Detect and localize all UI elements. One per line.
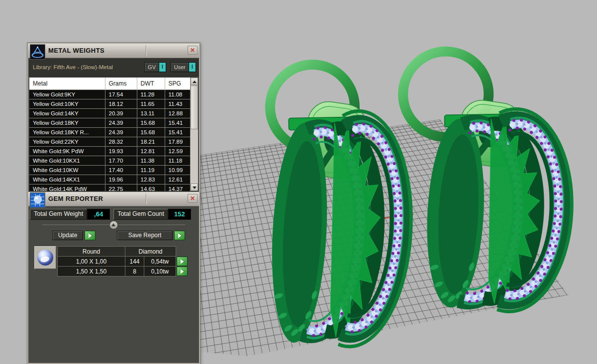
total-gem-count-value: 152 <box>168 209 191 220</box>
play-icon <box>181 259 184 264</box>
table-row[interactable]: White Gold:14KX119.9612.8312.61 <box>29 175 198 184</box>
table-row[interactable]: Yellow Gold:14KY20.3913.1112.88 <box>29 109 198 118</box>
cell-grams: 19.96 <box>105 175 137 184</box>
cell-metal: White Gold:10KX1 <box>29 156 105 166</box>
table-row[interactable]: Yellow Gold:10KY18.1211.6511.43 <box>29 99 198 109</box>
cell-metal: White Gold:14K PdW <box>29 184 105 191</box>
gem-cell-weight: 0,10tw <box>144 267 176 276</box>
scrollbar-thumb[interactable] <box>191 86 198 129</box>
cell-grams: 22.75 <box>105 184 137 191</box>
cell-grams: 17.54 <box>105 90 137 99</box>
titlebar-divider <box>146 45 146 56</box>
table-row[interactable]: Yellow Gold:18KY R...24.3915.6815.41 <box>29 128 198 137</box>
metal-table-scrollbar[interactable] <box>190 78 198 191</box>
gv-toggle-label: GV <box>145 63 159 72</box>
column-header: Metal <box>29 78 105 90</box>
gem-row[interactable]: 1,50 X 1,5080,10tw <box>58 267 188 276</box>
play-icon <box>89 233 92 238</box>
save-report-go-button[interactable] <box>174 231 185 240</box>
gem-cell-size: 1,00 X 1,00 <box>58 257 125 267</box>
table-row[interactable]: Yellow Gold:22KY28.3218.2117.89 <box>29 137 198 147</box>
cell-grams: 19.93 <box>105 147 137 156</box>
update-button[interactable]: Update <box>52 231 83 240</box>
left-earring-model[interactable] <box>258 63 419 350</box>
table-row[interactable]: White Gold:10KW17.4011.1910.99 <box>29 166 198 175</box>
cell-grams: 24.39 <box>105 118 137 128</box>
cell-dwt: 14.63 <box>137 184 165 191</box>
cell-grams: 20.39 <box>105 109 137 118</box>
gem-cell-size: 1,50 X 1,50 <box>58 267 125 276</box>
cell-dwt: 11.28 <box>137 90 165 99</box>
table-row[interactable]: Yellow Gold:18KY24.3915.6815.41 <box>29 118 198 128</box>
cell-metal: Yellow Gold:14KY <box>29 109 105 118</box>
gem-cell-count: 144 <box>125 257 144 267</box>
cell-grams: 24.39 <box>105 128 137 137</box>
cell-metal: Yellow Gold:10KY <box>29 99 105 109</box>
gem-cell-weight: 0,54tw <box>144 257 176 267</box>
gem-row-go-button[interactable] <box>177 257 188 266</box>
cell-dwt: 15.68 <box>137 118 165 128</box>
metal-weights-close-icon[interactable]: ✕ <box>188 46 198 55</box>
user-toggle-label: User <box>171 63 189 72</box>
cell-grams: 18.12 <box>105 99 137 109</box>
chevron-up-icon <box>111 223 115 226</box>
gem-table: Round Diamond 1,00 X 1,001440,54tw1,50 X… <box>34 246 199 276</box>
gem-reporter-titlebar[interactable]: GEM REPORTER ✕ <box>28 192 199 206</box>
save-report-button[interactable]: Save Report <box>117 231 173 240</box>
cell-dwt: 11.19 <box>137 166 165 175</box>
gem-reporter-panel: GEM REPORTER ✕ Total Gem Weight ,64 Tota… <box>28 192 199 276</box>
table-row[interactable]: White Gold:9K PdW19.9312.8112.59 <box>29 147 198 156</box>
scroll-down-icon[interactable] <box>191 183 198 191</box>
column-header: DWT <box>137 78 165 90</box>
gem-shape-header: Round <box>58 247 125 257</box>
cell-dwt: 11.65 <box>137 99 165 109</box>
cell-metal: Yellow Gold:22KY <box>29 137 105 147</box>
metal-weights-panel: METAL WEIGHTS ✕ Library: Fifth Ave - (Sl… <box>28 44 199 191</box>
update-go-button[interactable] <box>85 231 96 240</box>
scale-3d-icon <box>30 44 45 60</box>
cell-grams: 28.32 <box>105 137 137 147</box>
table-row[interactable]: White Gold:14K PdW22.7514.6314.37 <box>29 184 198 191</box>
user-toggle-indicator: I <box>189 63 196 72</box>
table-row[interactable]: Yellow Gold:9KY17.5411.2811.08 <box>29 90 198 99</box>
cell-dwt: 18.21 <box>137 137 165 147</box>
gem-reporter-title: GEM REPORTER <box>48 192 103 206</box>
round-gem-icon[interactable] <box>34 246 56 269</box>
metal-weights-titlebar[interactable]: METAL WEIGHTS ✕ <box>28 44 199 58</box>
metal-table-header: MetalGramsDWTSPG <box>29 78 198 90</box>
column-header: Grams <box>105 78 137 90</box>
user-toggle-button[interactable]: User I <box>171 62 196 72</box>
cell-dwt: 12.81 <box>137 147 165 156</box>
gem-row[interactable]: 1,00 X 1,001440,54tw <box>58 257 188 267</box>
cell-grams: 17.40 <box>105 166 137 175</box>
gem-table-header: Round Diamond <box>58 247 188 257</box>
gem-cell-count: 8 <box>125 267 144 276</box>
metal-library-bar: Library: Fifth Ave - (Slow)-Metal GV I U… <box>28 58 199 77</box>
total-gem-weight-value: ,64 <box>87 209 110 220</box>
play-icon <box>178 233 182 238</box>
collapse-divider <box>28 222 199 229</box>
gem-buttons-row: Update Save Report <box>52 231 199 240</box>
library-label: Library: Fifth Ave - (Slow)-Metal <box>33 58 113 76</box>
total-gem-count-label: Total Gem Count <box>113 209 168 220</box>
table-row[interactable]: White Gold:10KX117.7011.3811.18 <box>29 156 198 166</box>
gv-toggle-button[interactable]: GV I <box>144 62 166 72</box>
cell-dwt: 15.68 <box>137 128 165 137</box>
cell-dwt: 13.11 <box>137 109 165 118</box>
collapse-handle[interactable] <box>109 221 118 229</box>
cell-metal: White Gold:10KW <box>29 166 105 175</box>
metal-table: MetalGramsDWTSPG Yellow Gold:9KY17.5411.… <box>29 78 198 191</box>
gv-toggle-indicator: I <box>159 63 166 72</box>
scroll-up-icon[interactable] <box>191 78 198 85</box>
play-icon <box>181 269 184 274</box>
gem-table-icon <box>30 192 45 208</box>
titlebar-divider <box>146 193 146 204</box>
total-gem-weight-label: Total Gem Weight <box>30 209 87 220</box>
gem-row-go-button[interactable] <box>177 267 188 276</box>
cell-dwt: 11.38 <box>137 156 165 166</box>
cell-dwt: 12.83 <box>137 175 165 184</box>
metal-weights-title: METAL WEIGHTS <box>48 44 104 58</box>
gem-reporter-close-icon[interactable]: ✕ <box>188 194 198 203</box>
gem-totals-row: Total Gem Weight ,64 Total Gem Count 152 <box>30 209 198 220</box>
cell-metal: Yellow Gold:18KY <box>29 118 105 128</box>
